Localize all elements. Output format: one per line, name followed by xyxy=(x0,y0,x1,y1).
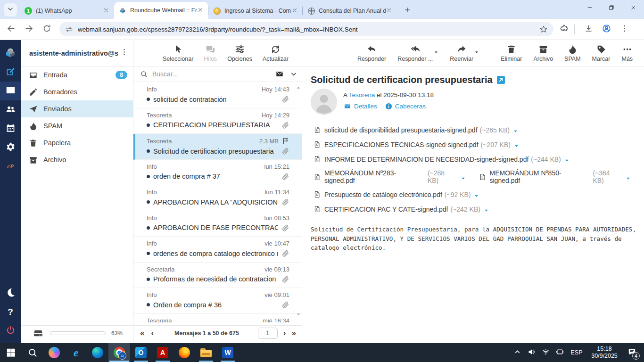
taskbar-start-button[interactable] xyxy=(0,343,22,362)
sidebar-item-borradores[interactable]: Borradores xyxy=(21,83,133,100)
details-toggle[interactable]: Detalles xyxy=(343,103,377,110)
attachment-item[interactable]: Presupuesto de catálogo electrónico.pdf(… xyxy=(314,190,479,199)
taskbar-acrobat-button[interactable]: A xyxy=(152,343,173,362)
message-row[interactable]: InfoHoy 14:43solicitud de contratación xyxy=(133,82,302,108)
attachment-name[interactable]: MEMORÁNDUM Nº283-signed.pdf xyxy=(324,169,425,184)
scroll-up-icon[interactable] xyxy=(296,83,301,91)
taskbar-search-button[interactable] xyxy=(22,343,43,362)
tray-expand-button[interactable] xyxy=(510,343,524,362)
attachment-name[interactable]: CERTIFICACION PAC Y CATE-signed.pdf xyxy=(324,206,448,213)
message-row[interactable]: Secretariavie 09:13Proformas de necesida… xyxy=(133,263,302,288)
message-row[interactable]: TesoreriaHoy 14:29CERTIFICACION PRESUPUE… xyxy=(133,108,302,134)
close-tab-button[interactable] xyxy=(291,7,299,15)
prev-page-button[interactable]: ‹ xyxy=(151,329,154,337)
profile-button[interactable] xyxy=(599,22,613,36)
tab-search-button[interactable] xyxy=(4,3,17,16)
sidebar-item-enviados[interactable]: Enviados xyxy=(21,100,133,117)
message-toolbar-eliminar[interactable]: Eliminar xyxy=(501,44,522,62)
close-tab-button[interactable] xyxy=(386,7,393,15)
workspace-button[interactable] xyxy=(553,343,567,362)
message-row[interactable]: Infovie 10:47ordenes de compra catalogo … xyxy=(133,237,302,263)
search-input[interactable] xyxy=(152,70,274,78)
logout-button[interactable] xyxy=(0,321,21,340)
message-toolbar-m-s[interactable]: Más xyxy=(621,44,633,62)
flag-icon[interactable] xyxy=(282,137,289,145)
volume-button[interactable] xyxy=(524,343,538,362)
attachment-menu-caret-icon[interactable] xyxy=(461,174,466,180)
browser-tab[interactable]: Ingreso al Sistema - Compras P xyxy=(208,3,303,19)
calendar-nav-button[interactable] xyxy=(0,119,21,138)
mail-nav-button[interactable] xyxy=(0,82,21,100)
dark-mode-button[interactable] xyxy=(0,284,21,303)
attachment-name[interactable]: Presupuesto de catálogo electrónico.pdf xyxy=(324,191,442,198)
attachment-menu-caret-icon[interactable] xyxy=(626,174,631,180)
url-text[interactable]: webmail.sanjuan.gob.ec/cpsess2879723216/… xyxy=(78,26,539,33)
downloads-button[interactable] xyxy=(581,22,595,36)
attachment-menu-caret-icon[interactable] xyxy=(513,127,518,132)
close-tab-button[interactable] xyxy=(103,7,110,15)
browser-tab[interactable]: Roundcube Webmail :: Enviados xyxy=(114,2,208,19)
taskbar-explorer-button[interactable] xyxy=(195,343,217,362)
attachment-item[interactable]: solicitud de disponibilidad presupuestar… xyxy=(314,125,518,134)
restore-button[interactable] xyxy=(601,0,622,15)
help-button[interactable]: ? xyxy=(0,303,21,321)
taskbar-chrome-button[interactable]: ☺ xyxy=(108,343,130,362)
attachment-menu-caret-icon[interactable] xyxy=(514,142,519,147)
search-scope-envelope-icon[interactable] xyxy=(274,70,285,78)
new-tab-button[interactable] xyxy=(401,3,414,16)
message-row[interactable]: Infolun 08:53APROBACION DE FASE PRECONTR… xyxy=(133,211,302,237)
sidebar-item-entrada[interactable]: Entrada8 xyxy=(21,66,133,83)
sidebar-item-archivo[interactable]: Archivo xyxy=(21,151,133,168)
open-in-new-window-icon[interactable] xyxy=(497,76,505,84)
sidebar-item-spam[interactable]: SPAM xyxy=(21,117,133,134)
compose-button[interactable] xyxy=(0,63,21,82)
message-toolbar-reenviar[interactable]: Reenviar xyxy=(450,44,473,62)
bookmark-star-icon[interactable] xyxy=(539,25,548,33)
address-bar[interactable]: webmail.sanjuan.gob.ec/cpsess2879723216/… xyxy=(59,22,553,36)
message-row[interactable]: Tesoreriamié 16:34 xyxy=(133,314,302,323)
caret-down-icon[interactable] xyxy=(434,48,438,53)
taskbar-word-button[interactable]: W xyxy=(217,343,239,362)
close-tab-button[interactable] xyxy=(197,7,205,14)
attachment-name[interactable]: ESPECIFICACIONES TECNICAS-signed-signed.… xyxy=(324,141,479,148)
list-toolbar-opciones[interactable]: Opciones xyxy=(227,44,252,62)
message-toolbar-spam[interactable]: SPAM xyxy=(564,44,581,62)
list-toolbar-actualizar[interactable]: Actualizar xyxy=(263,44,289,62)
attachment-menu-caret-icon[interactable] xyxy=(484,206,489,212)
attachment-name[interactable]: INFORME DE DETERMINACION DE NECESIDAD-si… xyxy=(324,156,528,163)
next-page-button[interactable]: › xyxy=(283,329,286,337)
attachment-item[interactable]: INFORME DE DETERMINACION DE NECESIDAD-si… xyxy=(314,155,570,164)
caret-down-icon[interactable] xyxy=(474,48,479,53)
close-window-button[interactable] xyxy=(622,0,644,15)
network-button[interactable] xyxy=(538,343,553,362)
recipient-link[interactable]: Tesoreria xyxy=(349,91,375,99)
account-menu-button[interactable] xyxy=(118,47,130,59)
settings-nav-button[interactable] xyxy=(0,138,21,157)
list-toolbar-seleccionar[interactable]: Seleccionar xyxy=(163,44,193,62)
message-row[interactable]: Infolun 15:21orden de compra # 37 xyxy=(133,160,302,186)
taskbar-ie-button[interactable]: e xyxy=(65,343,87,362)
contacts-nav-button[interactable] xyxy=(0,100,21,119)
sidebar-item-papelera[interactable]: Papelera xyxy=(21,134,133,151)
notification-center-button[interactable]: 4 xyxy=(622,343,641,362)
cpanel-logo[interactable]: cP xyxy=(0,157,21,176)
language-indicator[interactable]: ESP xyxy=(567,349,586,356)
minimize-button[interactable] xyxy=(579,0,601,15)
message-toolbar-archivo[interactable]: Archivo xyxy=(533,44,553,62)
browser-tab[interactable]: 1(1) WhatsApp xyxy=(20,3,114,19)
headers-toggle[interactable]: Cabeceras xyxy=(385,103,426,110)
attachment-name[interactable]: solicitud de disponibilidad presupuestar… xyxy=(324,126,478,134)
message-row[interactable]: Infovie 09:01Orden de compra # 36 xyxy=(133,288,302,314)
site-info-icon[interactable] xyxy=(65,25,73,33)
extensions-button[interactable] xyxy=(557,22,571,36)
message-toolbar-responder[interactable]: Responder ... xyxy=(397,44,433,62)
search-options-chevron-icon[interactable] xyxy=(290,71,297,77)
back-button[interactable] xyxy=(4,22,18,36)
message-row[interactable]: Infolun 11:34APROBACION PARA LA “ADQUISI… xyxy=(133,185,302,211)
browser-menu-button[interactable] xyxy=(617,22,631,36)
taskbar-outlook-button[interactable]: O xyxy=(130,343,152,362)
attachment-name[interactable]: MEMORÁNDUM Nº850-signed.pdf xyxy=(490,169,591,184)
page-number-input[interactable] xyxy=(258,328,278,339)
attachment-item[interactable]: ESPECIFICACIONES TECNICAS-signed-signed.… xyxy=(314,140,519,149)
attachment-menu-caret-icon[interactable] xyxy=(564,156,570,162)
